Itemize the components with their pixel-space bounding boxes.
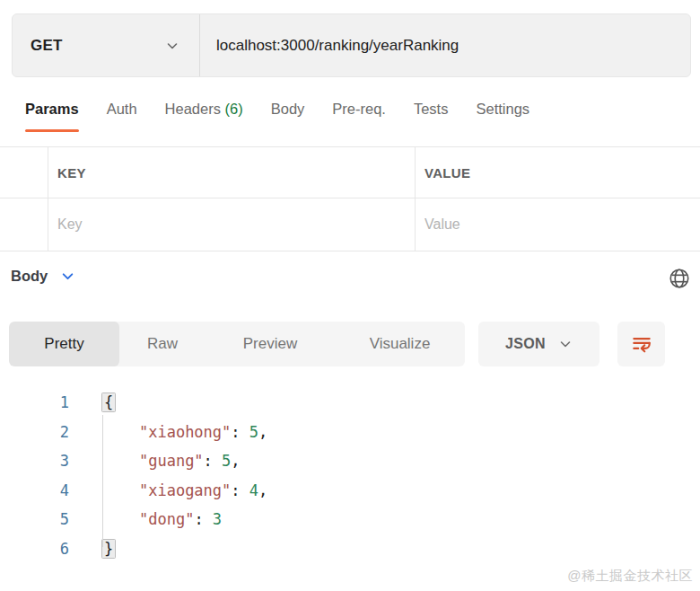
method-label: GET [31,37,63,55]
view-tab-visualize[interactable]: Visualize [335,322,465,366]
response-section-title: Body [11,268,48,285]
view-tab-pretty[interactable]: Pretty [9,322,119,366]
key-column-header: KEY [57,165,86,181]
row-checkbox-cell [0,198,48,251]
url-input[interactable]: localhost:3000/ranking/yearRanking [200,14,690,76]
response-toolbar: Pretty Raw Preview Visualize JSON [9,322,691,366]
tab-body[interactable]: Body [271,101,305,132]
code-line-content: { [102,393,115,411]
code-lines: 1{2 "xiaohong": 5,3 "guang": 5,4 "xiaoga… [0,388,700,563]
tab-params[interactable]: Params [25,101,79,132]
params-table-row [0,198,700,251]
chevron-down-icon [558,337,573,351]
indent-guide [102,415,103,547]
checkbox-column-header [0,147,48,198]
response-body-dropdown[interactable]: Body [11,268,75,285]
code-line-content: } [102,540,115,558]
chevron-down-icon [165,39,179,53]
line-number: 3 [0,452,69,470]
code-line: 5 "dong": 3 [0,505,700,534]
code-line: 3 "guang": 5, [0,446,700,476]
chevron-down-icon [60,269,75,284]
request-tabs: Params Auth Headers (6) Body Pre-req. Te… [25,101,529,132]
wrap-lines-button[interactable] [617,322,665,366]
tab-auth[interactable]: Auth [107,101,137,132]
format-label: JSON [505,336,546,352]
code-line: 2 "xiaohong": 5, [0,418,700,447]
response-body-viewer[interactable]: 1{2 "xiaohong": 5,3 "guang": 5,4 "xiaoga… [0,388,700,563]
active-tab-indicator [25,129,79,132]
response-view-tabs: Pretty Raw Preview Visualize [9,322,465,366]
code-line-content: "xiaogang": 4, [102,481,267,499]
code-line: 6} [0,534,700,564]
line-number: 6 [0,540,69,558]
value-input[interactable] [424,216,687,233]
value-column-header: VALUE [424,165,470,181]
method-dropdown[interactable]: GET [13,14,200,76]
code-line-content: "dong": 3 [102,510,222,528]
code-line: 1{ [0,388,700,418]
code-line: 4 "xiaogang": 4, [0,476,700,506]
line-number: 2 [0,423,69,441]
request-page: GET localhost:3000/ranking/yearRanking P… [0,0,700,591]
line-number: 5 [0,510,69,528]
format-dropdown[interactable]: JSON [478,322,599,366]
params-table: KEY VALUE [0,146,700,251]
url-bar: GET localhost:3000/ranking/yearRanking [12,13,691,77]
view-tab-raw[interactable]: Raw [119,322,206,366]
line-number: 1 [0,393,69,411]
params-table-header-row: KEY VALUE [0,147,700,198]
headers-count-badge: (6) [225,101,243,117]
wrap-lines-icon [630,332,653,356]
key-input[interactable] [57,216,397,233]
tab-tests[interactable]: Tests [414,101,449,132]
tab-headers[interactable]: Headers (6) [165,101,243,132]
tab-pre-request[interactable]: Pre-req. [332,101,386,132]
code-line-content: "guang": 5, [102,452,241,470]
code-line-content: "xiaohong": 5, [102,423,267,441]
globe-icon[interactable] [668,267,691,290]
line-number: 4 [0,481,69,499]
tab-settings[interactable]: Settings [476,101,529,132]
view-tab-preview[interactable]: Preview [206,322,335,366]
watermark: @稀土掘金技术社区 [567,568,693,585]
